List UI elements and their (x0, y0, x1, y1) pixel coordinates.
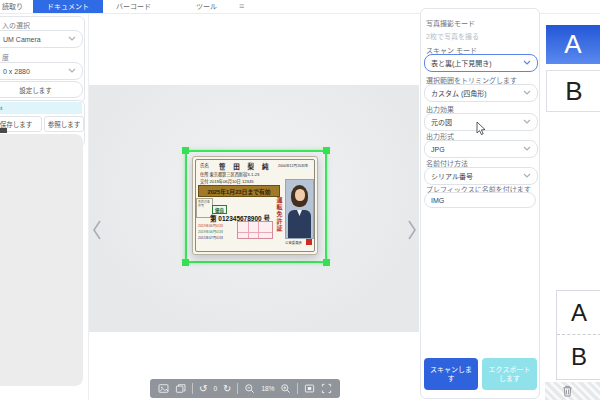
prefix-input[interactable] (424, 192, 536, 208)
license-name-label: 氏名 (200, 162, 209, 168)
zoom-level-value: 18% (261, 385, 274, 392)
license-issue-date: 交付 2019年06月10日 12345 (200, 178, 254, 184)
output-effect-value: 元の図 (425, 117, 452, 127)
capture-mode-subtitle: 2枚で写真を撮る (426, 31, 479, 41)
tab-document[interactable]: ドキュメント (33, 0, 103, 13)
trash-icon[interactable] (562, 385, 573, 397)
scan-mode-select[interactable]: 表と裏(上下見開き) (424, 54, 538, 72)
resolution-select-value: 0 x 2880 (0, 68, 30, 75)
license-name: 笹 田 梨 純 (219, 161, 271, 171)
selection-handle-sw[interactable] (182, 259, 189, 266)
fullscreen-icon[interactable] (321, 383, 332, 394)
device-select-label: 入の選択 (2, 20, 30, 30)
output-format-value: JPG (425, 146, 445, 153)
apply-settings-button[interactable]: 設定します (0, 81, 83, 98)
left-sidebar: 入の選択 UM Camera 度 0 x 2880 設定します ment 保存し… (0, 13, 88, 400)
zoom-in-icon[interactable] (280, 383, 291, 394)
license-date-row: 2019年06月01日 (198, 223, 223, 228)
rotate-angle-value: 0 (213, 385, 217, 392)
toolbar-separator (297, 383, 298, 394)
browse-button[interactable]: 参照します (44, 116, 84, 132)
document-section-header: ment (0, 102, 82, 114)
output-format-select[interactable]: JPG (424, 140, 538, 158)
selection-handle-ne[interactable] (323, 147, 330, 154)
chevron-down-icon (523, 119, 531, 124)
selection-handle-nw[interactable] (182, 147, 189, 154)
page-thumbnail-a-selected[interactable]: A (546, 25, 600, 64)
resolution-label: 度 (2, 52, 9, 62)
hamburger-icon[interactable]: ≡ (239, 1, 244, 12)
license-vertical-title: 運転免許証 (275, 197, 284, 249)
license-card: 氏名 笹 田 梨 純 2000年12月20日生 住所 東京都第三区西新宿3-1-… (192, 156, 318, 255)
export-button[interactable]: エクスポートします (482, 358, 537, 390)
prev-page-arrow[interactable] (92, 219, 102, 241)
chevron-down-icon (68, 36, 76, 41)
capture-mode-title: 写真撮影モード (426, 18, 475, 28)
license-class-table (237, 221, 273, 239)
chevron-down-icon (68, 68, 76, 73)
combined-page-top: A (557, 291, 600, 334)
rotate-left-icon[interactable]: ↺ (199, 384, 207, 394)
combined-page-bottom: B (557, 334, 600, 378)
license-birthdate: 2000年12月20日生 (278, 163, 308, 168)
authority-stamp (306, 239, 312, 245)
naming-method-select[interactable]: シリアル番号 (424, 167, 538, 185)
selection-handle-se[interactable] (323, 259, 330, 266)
rotate-right-icon[interactable]: ↻ (223, 384, 231, 394)
canvas-toolbar: ↺ 0 ↻ 18% (150, 379, 340, 398)
chevron-down-icon (523, 60, 531, 65)
crop-mode-value: カスタム (四角形) (425, 88, 487, 98)
chevron-down-icon (523, 173, 531, 178)
toolbar-separator (192, 383, 193, 394)
tab-capture-fragment[interactable]: 読取り (2, 0, 23, 13)
device-select-value: UM Camera (0, 36, 41, 43)
image-icon[interactable] (158, 383, 169, 394)
copy-icon[interactable] (175, 383, 186, 394)
device-select[interactable]: UM Camera (0, 30, 83, 48)
chevron-down-icon (523, 146, 531, 151)
fit-screen-icon[interactable] (304, 383, 315, 394)
license-address: 住所 東京都第三区西新宿3-1-23 (200, 171, 259, 177)
naming-method-value: シリアル番号 (425, 171, 473, 181)
license-date-row: 2019年06月01日 (198, 229, 223, 234)
page-thumbnail-b[interactable]: B (546, 70, 600, 112)
zoom-out-icon[interactable] (244, 383, 255, 394)
photo-face (295, 189, 305, 201)
mouse-cursor (476, 122, 486, 136)
resolution-select[interactable]: 0 x 2880 (0, 62, 83, 80)
license-date-row: 2015年07月01日 (198, 235, 223, 240)
crop-mode-select[interactable]: カスタム (四角形) (424, 84, 538, 102)
scan-mode-value: 表と裏(上下見開き) (425, 58, 492, 68)
license-authority: 公安委員会 (285, 240, 302, 245)
scan-button[interactable]: スキャンします (424, 358, 478, 390)
file-list-area[interactable] (0, 134, 83, 386)
document-section-label: ment (0, 105, 2, 111)
tab-tools[interactable]: ツール (196, 0, 217, 13)
next-page-arrow[interactable] (407, 219, 417, 241)
combined-page-preview[interactable]: A B (556, 290, 600, 380)
chevron-down-icon (523, 90, 531, 95)
tab-barcode[interactable]: バーコード (116, 0, 151, 13)
license-photo (285, 179, 314, 239)
toolbar-separator (237, 383, 238, 394)
license-valid-until: 2025年1月23日まで有効 (198, 185, 280, 197)
thumbnail-sliver (0, 128, 7, 133)
